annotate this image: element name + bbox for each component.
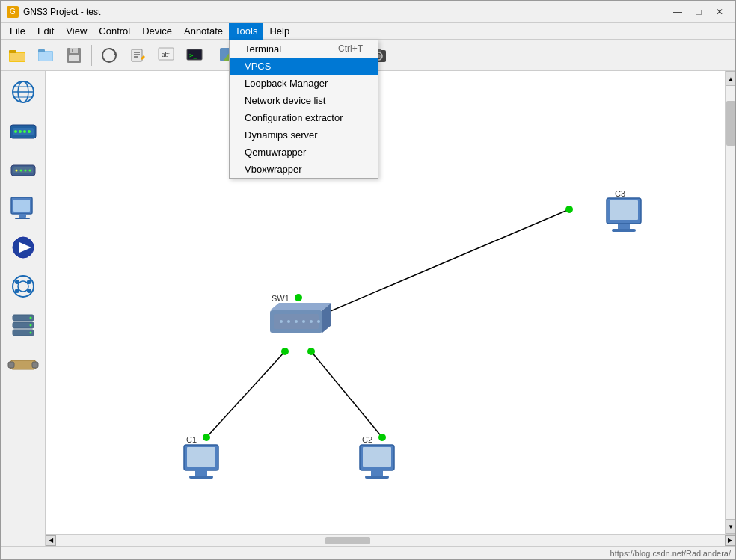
sidebar-item-hub[interactable]: [5, 152, 41, 188]
toolbar-separator-2: [212, 45, 212, 66]
maximize-button[interactable]: □: [689, 4, 708, 19]
sidebar-item-cable[interactable]: [5, 346, 41, 382]
menu-vpcs[interactable]: VPCS: [230, 58, 378, 75]
menu-device[interactable]: Device: [136, 23, 178, 40]
scrollbar-thumb[interactable]: [325, 537, 370, 544]
svg-rect-103: [618, 224, 630, 229]
menu-network-device-list-label: Network device list: [245, 95, 325, 106]
svg-rect-99: [371, 470, 383, 476]
menu-annotate[interactable]: Annotate: [178, 23, 229, 40]
svg-point-56: [24, 170, 26, 172]
svg-point-89: [295, 320, 298, 323]
menu-view[interactable]: View: [60, 23, 93, 40]
svg-rect-12: [132, 49, 142, 61]
menu-config-extractor-label: Configuration extractor: [245, 112, 343, 123]
open-folder-button[interactable]: [4, 42, 31, 69]
menu-vboxwrapper[interactable]: Vboxwrapper: [230, 161, 378, 178]
main-window: G GNS3 Project - test — □ ✕ File Edit Vi…: [0, 0, 736, 560]
menu-qemuwrapper[interactable]: Qemuwrapper: [230, 144, 378, 161]
svg-rect-104: [612, 229, 636, 232]
svg-point-54: [15, 170, 17, 172]
sidebar-item-switch[interactable]: [5, 113, 41, 149]
svg-rect-8: [69, 55, 79, 61]
scroll-right-button[interactable]: ▶: [725, 535, 735, 546]
node-c1[interactable]: [184, 445, 218, 479]
menu-bar: File Edit View Control Device Annotate T…: [1, 23, 735, 40]
menu-terminal-shortcut: Ctrl+T: [338, 43, 363, 54]
svg-point-48: [14, 130, 17, 133]
menu-terminal[interactable]: Terminal Ctrl+T: [230, 40, 378, 58]
toolbar-separator-1: [91, 45, 92, 66]
menu-network-device-list[interactable]: Network device list: [230, 92, 378, 109]
vertical-scrollbar[interactable]: ▲ ▼: [725, 71, 735, 534]
connector-c2: [378, 434, 386, 441]
horizontal-scrollbar[interactable]: ◀ ▶: [46, 534, 735, 546]
scrollbar-track: [67, 535, 714, 546]
network-canvas[interactable]: SW1 C1: [46, 71, 725, 534]
sidebar-item-router[interactable]: [5, 74, 41, 110]
svg-point-64: [13, 276, 34, 297]
sidebar-item-pc[interactable]: [5, 191, 41, 227]
menu-loopback-label: Loopback Manager: [245, 78, 328, 89]
svg-rect-1: [9, 50, 16, 53]
menu-config-extractor[interactable]: Configuration extractor: [230, 109, 378, 126]
scroll-left-button[interactable]: ◀: [46, 535, 56, 546]
svg-rect-100: [365, 476, 389, 479]
svg-point-55: [19, 170, 22, 172]
connector-sw1-top: [295, 294, 302, 301]
minimize-button[interactable]: —: [668, 4, 687, 19]
svg-rect-60: [19, 214, 26, 218]
close-button[interactable]: ✕: [710, 4, 729, 19]
menu-vpcs-label: VPCS: [245, 61, 271, 72]
window-title: GNS3 Project - test: [23, 7, 668, 17]
text-button[interactable]: ab c: [153, 42, 180, 69]
open-project-button[interactable]: [32, 42, 59, 69]
label-c3: C3: [615, 189, 625, 198]
menu-control[interactable]: Control: [93, 23, 136, 40]
connector-c1: [203, 434, 210, 441]
edit-button[interactable]: [124, 42, 151, 69]
sidebar-item-server[interactable]: [5, 307, 41, 343]
menu-help[interactable]: Help: [263, 23, 295, 40]
node-sw1[interactable]: [270, 303, 331, 333]
sidebar: [1, 71, 46, 546]
menu-loopback[interactable]: Loopback Manager: [230, 75, 378, 92]
sidebar-item-firewall[interactable]: [5, 268, 41, 304]
connection-sw1-c2: [311, 351, 382, 437]
connection-sw1-c3: [306, 209, 569, 321]
svg-rect-61: [15, 218, 30, 219]
svg-point-78: [29, 324, 31, 327]
svg-rect-7: [70, 48, 78, 53]
svg-point-57: [28, 170, 31, 172]
svg-point-51: [28, 130, 31, 133]
sidebar-item-play[interactable]: [5, 230, 41, 265]
title-bar: G GNS3 Project - test — □ ✕: [1, 1, 735, 23]
tools-dropdown: Terminal Ctrl+T VPCS Loopback Manager Ne…: [229, 40, 378, 179]
console-button[interactable]: >_: [181, 42, 208, 69]
node-c2[interactable]: [360, 445, 394, 479]
network-svg: SW1 C1: [46, 71, 725, 534]
svg-point-87: [280, 320, 283, 323]
label-c2: C2: [362, 435, 372, 444]
svg-point-77: [29, 317, 31, 319]
menu-dynamips[interactable]: Dynamips server: [230, 126, 378, 144]
app-icon: G: [7, 6, 19, 18]
svg-rect-9: [72, 49, 73, 52]
menu-file[interactable]: File: [4, 23, 31, 40]
menu-tools[interactable]: Tools Terminal Ctrl+T VPCS Loopback Mana…: [229, 23, 263, 40]
menu-qemuwrapper-label: Qemuwrapper: [245, 147, 306, 158]
svg-text:c: c: [168, 49, 170, 55]
menu-vboxwrapper-label: Vboxwrapper: [245, 164, 302, 175]
svg-marker-84: [270, 303, 331, 310]
reload-button[interactable]: [96, 42, 123, 69]
svg-rect-102: [610, 200, 638, 220]
window-controls: — □ ✕: [668, 4, 729, 19]
svg-rect-82: [32, 362, 38, 368]
svg-point-49: [19, 130, 22, 133]
svg-point-92: [317, 320, 320, 323]
svg-rect-2: [10, 53, 25, 61]
node-c3[interactable]: [607, 198, 641, 232]
menu-edit[interactable]: Edit: [31, 23, 60, 40]
save-button[interactable]: [61, 42, 88, 69]
connector-sw1-c1: [281, 348, 289, 355]
